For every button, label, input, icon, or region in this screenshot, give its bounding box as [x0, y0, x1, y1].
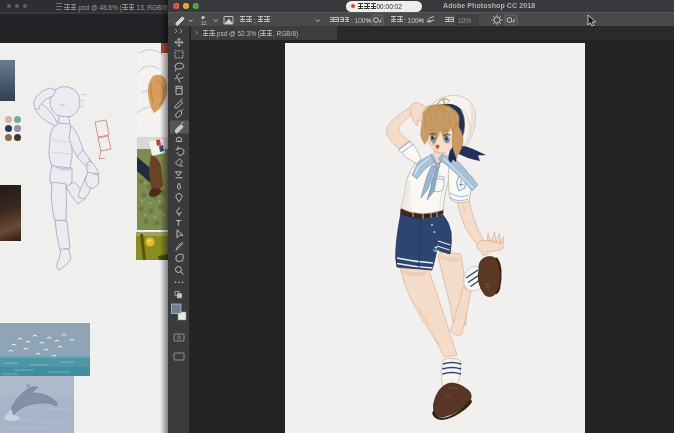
svg-text:: 100%: : 100%	[404, 17, 424, 24]
svg-text:10%: 10%	[458, 17, 471, 24]
svg-text:: 100%: : 100%	[351, 17, 371, 24]
svg-text:T: T	[176, 217, 182, 228]
svg-text::: :	[254, 17, 256, 24]
